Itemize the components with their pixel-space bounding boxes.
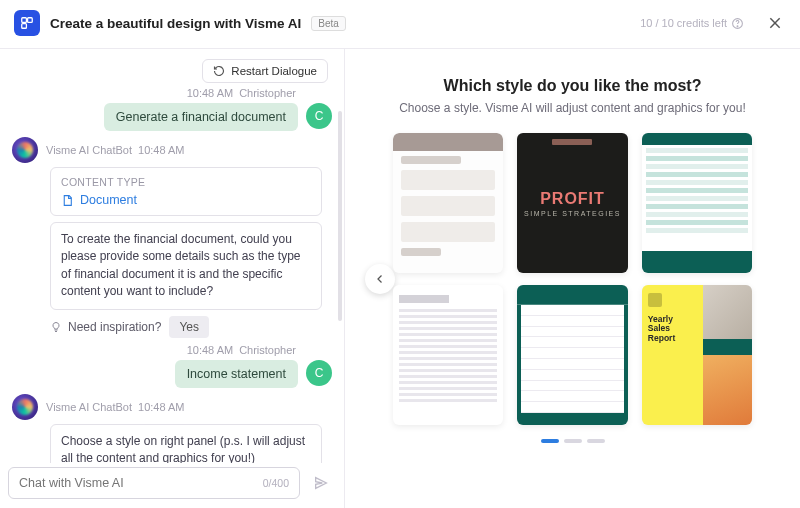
- svg-point-4: [737, 25, 738, 26]
- user-avatar: C: [306, 103, 332, 129]
- timestamp: 10:48 AM: [187, 87, 233, 99]
- style-subtitle: Choose a style. Visme AI will adjust con…: [399, 101, 746, 115]
- message-meta: Visme AI ChatBot 10:48 AM: [46, 144, 185, 156]
- content-type-card: CONTENT TYPE Document: [50, 167, 322, 216]
- style-panel: Which style do you like the most? Choose…: [345, 49, 800, 508]
- chat-input-container: 0/400: [8, 467, 300, 499]
- template-option[interactable]: [642, 133, 753, 273]
- lightbulb-icon: [50, 321, 62, 333]
- bot-avatar: [12, 394, 38, 420]
- sender-name: Visme AI ChatBot: [46, 401, 132, 413]
- template-option[interactable]: [393, 285, 504, 425]
- restart-label: Restart Dialogue: [231, 65, 317, 77]
- timestamp: 10:48 AM: [138, 401, 184, 413]
- sender-name: Christopher: [239, 87, 296, 99]
- carousel-dots: [541, 439, 605, 443]
- bot-avatar: [12, 137, 38, 163]
- template-grid: PROFIT SIMPLE STRATEGIES: [393, 133, 753, 425]
- restart-dialogue-button[interactable]: Restart Dialogue: [202, 59, 328, 83]
- timestamp: 10:48 AM: [187, 344, 233, 356]
- svg-rect-0: [22, 18, 27, 23]
- beta-badge: Beta: [311, 16, 346, 31]
- char-count: 0/400: [263, 477, 289, 489]
- carousel-prev-button[interactable]: [365, 264, 395, 294]
- template-label: SIMPLE STRATEGIES: [524, 210, 621, 217]
- message-meta: Visme AI ChatBot 10:48 AM: [46, 401, 185, 413]
- svg-rect-1: [28, 18, 33, 23]
- carousel-dot[interactable]: [587, 439, 605, 443]
- svg-rect-2: [22, 24, 27, 29]
- style-title: Which style do you like the most?: [444, 77, 702, 95]
- template-option[interactable]: [393, 133, 504, 273]
- credits-text: 10 / 10 credits left: [640, 17, 727, 29]
- bot-message: Choose a style on right panel (p.s. I wi…: [50, 424, 322, 463]
- help-icon[interactable]: [731, 17, 744, 30]
- sender-name: Christopher: [239, 344, 296, 356]
- sender-name: Visme AI ChatBot: [46, 144, 132, 156]
- refresh-icon: [213, 65, 225, 77]
- chat-panel: Restart Dialogue 10:48 AM Christopher Ge…: [0, 49, 345, 508]
- page-title: Create a beautiful design with Visme AI: [50, 16, 301, 31]
- user-avatar: C: [306, 360, 332, 386]
- template-option[interactable]: PROFIT SIMPLE STRATEGIES: [517, 133, 628, 273]
- scrollbar[interactable]: [338, 111, 342, 321]
- carousel-dot[interactable]: [541, 439, 559, 443]
- inspiration-prompt: Need inspiration?: [50, 320, 161, 334]
- user-message: Income statement: [175, 360, 298, 388]
- credits-remaining: 10 / 10 credits left: [640, 17, 744, 30]
- message-meta: 10:48 AM Christopher: [8, 87, 336, 99]
- send-icon: [313, 475, 329, 491]
- close-button[interactable]: [764, 12, 786, 34]
- inspiration-label: Need inspiration?: [68, 320, 161, 334]
- template-option[interactable]: [517, 285, 628, 425]
- inspiration-yes-button[interactable]: Yes: [169, 316, 209, 338]
- user-message: Generate a financial document: [104, 103, 298, 131]
- bot-message: To create the financial document, could …: [50, 222, 322, 310]
- message-meta: 10:48 AM Christopher: [8, 344, 336, 356]
- timestamp: 10:48 AM: [138, 144, 184, 156]
- chevron-left-icon: [374, 273, 386, 285]
- document-icon: [61, 194, 74, 207]
- template-option[interactable]: Yearly Sales Report: [642, 285, 753, 425]
- content-type-label: CONTENT TYPE: [61, 176, 311, 188]
- carousel-dot[interactable]: [564, 439, 582, 443]
- template-label: PROFIT: [540, 190, 605, 208]
- app-logo: [14, 10, 40, 36]
- chat-input[interactable]: [19, 476, 263, 490]
- content-type-value: Document: [80, 193, 137, 207]
- template-label: Yearly Sales Report: [648, 315, 697, 343]
- send-button[interactable]: [306, 468, 336, 498]
- close-icon: [767, 15, 783, 31]
